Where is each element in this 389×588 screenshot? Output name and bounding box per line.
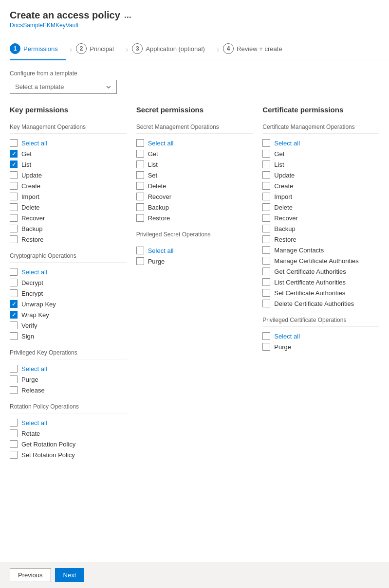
checkbox-input-2-0-6[interactable] [262, 203, 270, 211]
checkbox-input-0-0-2[interactable] [10, 160, 18, 168]
checkbox-item[interactable]: Backup [10, 223, 127, 234]
checkbox-input-1-0-6[interactable] [136, 203, 144, 211]
wizard-tab-1[interactable]: 2 Principal [76, 39, 122, 60]
checkbox-input-0-3-3[interactable] [10, 451, 18, 459]
checkbox-item[interactable]: Select all [262, 331, 379, 341]
checkbox-input-2-1-0[interactable] [262, 332, 270, 340]
checkbox-input-0-0-3[interactable] [10, 171, 18, 179]
checkbox-item[interactable]: Set Rotation Policy [10, 449, 127, 460]
checkbox-item[interactable]: Sign [10, 331, 127, 341]
checkbox-item[interactable]: Select all [10, 417, 127, 428]
checkbox-input-2-0-8[interactable] [262, 225, 270, 232]
checkbox-input-0-2-0[interactable] [10, 365, 18, 373]
checkbox-input-1-0-4[interactable] [136, 182, 144, 190]
checkbox-item[interactable]: Wrap Key [10, 309, 127, 320]
checkbox-input-0-0-6[interactable] [10, 203, 18, 211]
checkbox-item[interactable]: Restore [262, 234, 379, 245]
checkbox-input-0-0-1[interactable] [10, 150, 18, 158]
checkbox-item[interactable]: List [10, 159, 127, 170]
checkbox-input-0-1-1[interactable] [10, 279, 18, 286]
checkbox-item[interactable]: Select all [136, 138, 253, 148]
checkbox-input-0-0-7[interactable] [10, 214, 18, 222]
checkbox-item[interactable]: Purge [10, 374, 127, 385]
checkbox-input-1-0-1[interactable] [136, 150, 144, 158]
wizard-tab-2[interactable]: 3 Application (optional) [132, 39, 212, 60]
checkbox-input-2-0-1[interactable] [262, 150, 270, 158]
checkbox-item[interactable]: Get [262, 148, 379, 159]
checkbox-input-2-0-7[interactable] [262, 214, 270, 222]
checkbox-input-1-0-7[interactable] [136, 214, 144, 222]
checkbox-item[interactable]: Backup [262, 223, 379, 234]
next-button[interactable]: Next [55, 568, 85, 582]
checkbox-item[interactable]: Recover [136, 191, 253, 202]
checkbox-input-2-1-1[interactable] [262, 343, 270, 351]
checkbox-input-0-1-4[interactable] [10, 311, 18, 319]
checkbox-input-1-1-0[interactable] [136, 247, 144, 254]
checkbox-item[interactable]: Create [262, 180, 379, 191]
checkbox-input-2-0-10[interactable] [262, 246, 270, 254]
checkbox-input-2-0-3[interactable] [262, 171, 270, 179]
wizard-tab-3[interactable]: 4 Review + create [223, 39, 290, 60]
checkbox-input-2-0-11[interactable] [262, 257, 270, 265]
checkbox-item[interactable]: Rotate [10, 428, 127, 439]
checkbox-item[interactable]: Select all [136, 245, 253, 256]
checkbox-input-0-2-1[interactable] [10, 375, 18, 383]
checkbox-item[interactable]: Verify [10, 320, 127, 331]
checkbox-input-2-0-4[interactable] [262, 182, 270, 190]
checkbox-item[interactable]: Delete [262, 202, 379, 213]
checkbox-input-2-0-12[interactable] [262, 267, 270, 275]
checkbox-item[interactable]: Create [10, 180, 127, 191]
checkbox-input-0-1-5[interactable] [10, 321, 18, 329]
checkbox-input-1-0-2[interactable] [136, 160, 144, 168]
checkbox-input-2-0-13[interactable] [262, 278, 270, 286]
checkbox-input-2-0-0[interactable] [262, 139, 270, 147]
checkbox-item[interactable]: Import [262, 191, 379, 202]
checkbox-item[interactable]: Backup [136, 202, 253, 213]
checkbox-item[interactable]: Select all [262, 138, 379, 148]
checkbox-item[interactable]: Release [10, 385, 127, 395]
checkbox-item[interactable]: Delete [10, 202, 127, 213]
checkbox-item[interactable]: Restore [10, 234, 127, 245]
checkbox-item[interactable]: Select all [10, 138, 127, 148]
checkbox-item[interactable]: Decrypt [10, 277, 127, 288]
checkbox-input-0-0-4[interactable] [10, 182, 18, 190]
wizard-tab-0[interactable]: 1 Permissions [10, 39, 66, 60]
checkbox-item[interactable]: Unwrap Key [10, 299, 127, 309]
title-options-icon[interactable]: ... [124, 10, 131, 20]
checkbox-item[interactable]: Delete [136, 180, 253, 191]
checkbox-input-0-2-2[interactable] [10, 386, 18, 394]
checkbox-item[interactable]: Purge [262, 341, 379, 352]
checkbox-input-0-0-5[interactable] [10, 193, 18, 200]
checkbox-input-1-0-5[interactable] [136, 193, 144, 200]
checkbox-item[interactable]: Set Certificate Authorities [262, 287, 379, 298]
checkbox-item[interactable]: Select all [10, 363, 127, 374]
checkbox-item[interactable]: List [136, 159, 253, 170]
checkbox-item[interactable]: Encrypt [10, 288, 127, 299]
checkbox-input-2-0-2[interactable] [262, 160, 270, 168]
checkbox-item[interactable]: Get Certificate Authorities [262, 266, 379, 277]
checkbox-input-0-3-1[interactable] [10, 429, 18, 437]
checkbox-input-0-1-3[interactable] [10, 300, 18, 308]
checkbox-input-1-1-1[interactable] [136, 257, 144, 265]
checkbox-input-0-0-0[interactable] [10, 139, 18, 147]
checkbox-input-0-1-6[interactable] [10, 332, 18, 340]
checkbox-item[interactable]: Get Rotation Policy [10, 439, 127, 449]
checkbox-item[interactable]: List [262, 159, 379, 170]
checkbox-item[interactable]: Recover [262, 213, 379, 223]
checkbox-item[interactable]: Delete Certificate Authorities [262, 298, 379, 309]
checkbox-item[interactable]: Update [262, 170, 379, 180]
checkbox-item[interactable]: Recover [10, 213, 127, 223]
checkbox-item[interactable]: List Certificate Authorities [262, 277, 379, 287]
checkbox-input-0-3-2[interactable] [10, 440, 18, 448]
checkbox-item[interactable]: Purge [136, 256, 253, 267]
checkbox-input-0-1-2[interactable] [10, 289, 18, 297]
checkbox-item[interactable]: Get [136, 148, 253, 159]
checkbox-input-1-0-0[interactable] [136, 139, 144, 147]
checkbox-input-0-0-9[interactable] [10, 235, 18, 243]
template-dropdown[interactable]: Select a template [10, 80, 117, 94]
checkbox-item[interactable]: Restore [136, 213, 253, 223]
checkbox-input-2-0-9[interactable] [262, 235, 270, 243]
checkbox-input-0-1-0[interactable] [10, 268, 18, 276]
checkbox-input-2-0-5[interactable] [262, 193, 270, 200]
checkbox-input-0-3-0[interactable] [10, 419, 18, 427]
